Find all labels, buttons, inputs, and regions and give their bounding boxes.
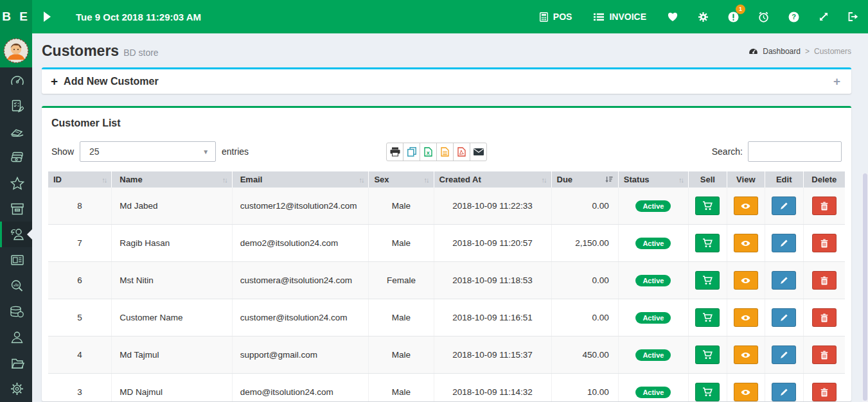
sell-button[interactable] (695, 234, 720, 252)
search-input[interactable] (748, 141, 842, 162)
eye-icon (740, 277, 751, 284)
page-length-select[interactable]: 25 ▼ (80, 141, 216, 162)
nav-alerts[interactable]: 1 (718, 0, 748, 33)
sidebar-item-orders[interactable] (0, 93, 32, 119)
cell-created-at: 2018-10-09 11:18:53 (434, 262, 551, 299)
nav-help[interactable]: ? (779, 0, 809, 33)
nav-invoice[interactable]: INVOICE (583, 0, 657, 33)
sidebar-item-customers[interactable] (0, 222, 32, 247)
cell-name: Md Tajmul (112, 336, 232, 374)
edit-button[interactable] (772, 383, 796, 401)
pdf-button[interactable] (453, 143, 470, 161)
delete-button[interactable] (812, 345, 837, 364)
table-row: 8 Md Jabed customer12@itsolution24.com M… (48, 188, 845, 225)
delete-button[interactable] (812, 383, 837, 401)
email-button[interactable] (470, 143, 487, 161)
view-button[interactable] (734, 234, 758, 252)
sidebar-item-favorites[interactable] (0, 170, 32, 196)
copy-button[interactable] (403, 143, 420, 161)
user-avatar[interactable] (0, 33, 32, 67)
nav-fullscreen[interactable] (809, 0, 838, 33)
delete-button[interactable] (812, 271, 837, 290)
sidebar-item-reports[interactable] (0, 273, 32, 299)
search-report-icon (10, 279, 24, 293)
edit-button[interactable] (772, 271, 796, 290)
nav-pos[interactable]: POS (529, 0, 583, 33)
sell-button[interactable] (695, 345, 720, 364)
sidebar-item-sell[interactable] (0, 119, 32, 144)
customer-table-body: 8 Md Jabed customer12@itsolution24.com M… (48, 188, 845, 401)
breadcrumb-dashboard-link[interactable]: Dashboard (763, 47, 801, 56)
column-header-email[interactable]: Email↑↓ (232, 171, 369, 188)
scrollbar-thumb[interactable] (863, 173, 867, 401)
table-scrollbar[interactable] (862, 173, 868, 402)
panel-collapse-button[interactable]: + (831, 74, 842, 89)
sidebar-item-files[interactable] (0, 350, 32, 376)
edit-button[interactable] (772, 234, 796, 252)
view-button[interactable] (734, 308, 758, 327)
view-button[interactable] (734, 197, 758, 215)
column-header-name[interactable]: Name↑↓ (112, 171, 232, 188)
sidebar-item-settings[interactable] (0, 376, 32, 401)
cart-icon (702, 238, 713, 248)
archive-box-icon (10, 203, 24, 215)
sell-button[interactable] (695, 383, 720, 401)
logout-icon (848, 12, 858, 21)
edit-button[interactable] (772, 345, 796, 364)
column-header-due[interactable]: Due (551, 171, 618, 188)
nav-favorites[interactable] (657, 0, 688, 33)
delete-button[interactable] (812, 308, 837, 327)
help-icon: ? (788, 12, 799, 22)
sidebar-item-products[interactable] (0, 196, 32, 222)
sidebar-item-money[interactable] (0, 144, 32, 170)
column-header-id[interactable]: ID↑↓ (48, 171, 112, 188)
cell-due: 0.00 (551, 299, 618, 336)
cell-due: 10.00 (551, 374, 618, 402)
sort-icon: ↑↓ (538, 176, 546, 184)
app-logo[interactable]: B E (0, 0, 32, 33)
view-button[interactable] (734, 345, 758, 364)
sort-icon: ↑↓ (218, 176, 227, 184)
pencil-icon (780, 239, 788, 247)
page-header: CustomersBD store Dashboard > Customers (42, 40, 851, 67)
nav-logout[interactable] (838, 0, 868, 33)
expand-icon (819, 12, 829, 22)
pdf-file-icon (457, 147, 466, 157)
sidebar-item-news[interactable] (0, 247, 32, 273)
eye-icon (740, 351, 751, 359)
pencil-icon (780, 313, 788, 322)
sidebar-item-users[interactable] (0, 324, 32, 350)
print-button[interactable] (386, 143, 403, 161)
column-header-created-at[interactable]: Created At↑↓ (434, 171, 551, 188)
sidebar-item-dashboard[interactable] (0, 67, 32, 93)
sell-button[interactable] (695, 308, 720, 327)
cell-created-at: 2018-10-09 11:20:57 (434, 225, 551, 262)
sidebar-toggle[interactable] (32, 0, 62, 33)
sell-button[interactable] (695, 271, 720, 290)
cart-icon (702, 201, 713, 211)
cell-email: demo@itsolution24.com (232, 374, 369, 402)
delete-button[interactable] (812, 197, 837, 215)
nav-alarm[interactable] (748, 0, 779, 33)
view-button[interactable] (734, 271, 758, 290)
sidebar-item-stock[interactable] (0, 299, 32, 324)
edit-button[interactable] (772, 308, 796, 327)
table-header-row: ID↑↓ Name↑↓ Email↑↓ Sex↑↓ Created At↑↓ D… (48, 171, 845, 188)
entries-label: entries (222, 146, 249, 157)
svg-text:?: ? (792, 13, 796, 21)
add-customer-button[interactable]: + Add New Customer (51, 74, 159, 89)
csv-button[interactable] (436, 143, 454, 161)
cell-id: 7 (48, 225, 112, 262)
cell-sex: Male (369, 299, 434, 336)
add-customer-label: Add New Customer (64, 76, 159, 87)
nav-settings[interactable] (688, 0, 718, 33)
column-header-status[interactable]: Status↑↓ (618, 171, 688, 188)
column-header-sex[interactable]: Sex↑↓ (369, 171, 434, 188)
sell-button[interactable] (695, 197, 720, 215)
table-row: 5 Customer Name customer@itsolution24.co… (48, 299, 845, 336)
heart-icon (667, 12, 678, 22)
delete-button[interactable] (812, 234, 837, 252)
edit-button[interactable] (772, 197, 796, 215)
view-button[interactable] (734, 383, 758, 401)
excel-button[interactable]: X (420, 143, 437, 161)
